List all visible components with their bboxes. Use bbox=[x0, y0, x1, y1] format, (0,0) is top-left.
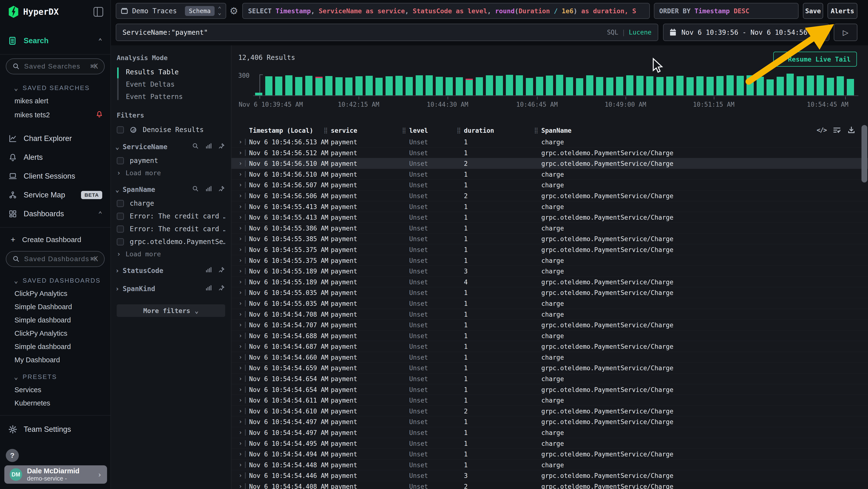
table-row[interactable]: ›Nov 6 10:54:54.611 AMpaymentUnset1charg… bbox=[231, 395, 868, 406]
histogram-bar[interactable] bbox=[636, 76, 644, 95]
histogram-bar[interactable] bbox=[566, 77, 573, 95]
expand-row-icon[interactable]: › bbox=[239, 375, 242, 382]
saved-searches-input[interactable]: Saved Searches ⌘K bbox=[6, 58, 105, 74]
histogram-bar[interactable] bbox=[737, 76, 744, 95]
table-row[interactable]: ›Nov 6 10:54:54.610 AMpaymentUnset2grpc.… bbox=[231, 406, 868, 416]
pin-icon[interactable] bbox=[212, 185, 225, 194]
expand-row-icon[interactable]: › bbox=[239, 214, 242, 221]
table-row[interactable]: ›Nov 6 10:54:55.035 AMpaymentUnset1charg… bbox=[231, 298, 868, 309]
lucene-mode-toggle[interactable]: Lucene bbox=[629, 29, 651, 36]
load-more-button[interactable]: ›Load more bbox=[111, 167, 231, 179]
download-icon[interactable] bbox=[847, 126, 856, 134]
help-button[interactable]: ? bbox=[6, 449, 19, 462]
expand-row-icon[interactable]: › bbox=[239, 321, 242, 328]
pin-icon[interactable] bbox=[212, 142, 225, 151]
table-row[interactable]: ›Nov 6 10:54:54.494 AMpaymentUnset1grpc.… bbox=[231, 449, 868, 460]
histogram-bar[interactable] bbox=[837, 76, 844, 95]
histogram-bar[interactable] bbox=[746, 75, 754, 95]
table-row[interactable]: ›Nov 6 10:54:56.512 AMpaymentUnset1grpc.… bbox=[231, 147, 868, 158]
histogram-bar[interactable] bbox=[345, 78, 352, 95]
expand-row-icon[interactable]: › bbox=[239, 246, 242, 253]
filter-option[interactable]: Error: The credit card … bbox=[111, 210, 231, 223]
histogram-bar[interactable] bbox=[516, 75, 523, 95]
table-row[interactable]: ›Nov 6 10:54:55.386 AMpaymentUnset1charg… bbox=[231, 223, 868, 234]
histogram-bar[interactable] bbox=[606, 78, 613, 95]
histogram-bar[interactable] bbox=[656, 77, 663, 95]
histogram-bar[interactable] bbox=[476, 77, 483, 95]
more-filters-button[interactable]: More filters ⌄ bbox=[117, 304, 225, 317]
expand-row-icon[interactable]: › bbox=[239, 429, 242, 436]
denoise-results-toggle[interactable]: Denoise Results bbox=[111, 123, 231, 136]
analysis-mode-results-table[interactable]: Results Table bbox=[117, 66, 231, 78]
histogram-bar[interactable] bbox=[576, 78, 583, 95]
histogram-bar[interactable] bbox=[325, 76, 333, 95]
filter-option[interactable]: Error: The credit card … bbox=[111, 223, 231, 235]
table-row[interactable]: ›Nov 6 10:54:55.413 AMpaymentUnset1grpc.… bbox=[231, 212, 868, 223]
histogram-bar[interactable] bbox=[686, 77, 694, 95]
table-row[interactable]: ›Nov 6 10:54:54.707 AMpaymentUnset1grpc.… bbox=[231, 320, 868, 330]
histogram-bar[interactable] bbox=[305, 76, 312, 95]
saved-dashboard-item[interactable]: Simple Dashboard bbox=[0, 300, 111, 314]
expand-row-icon[interactable]: › bbox=[239, 354, 242, 361]
table-row[interactable]: ›Nov 6 10:54:55.035 AMpaymentUnset1grpc.… bbox=[231, 287, 868, 298]
expand-row-icon[interactable]: › bbox=[239, 386, 242, 393]
expand-row-icon[interactable]: › bbox=[239, 300, 242, 307]
table-row[interactable]: ›Nov 6 10:54:56.507 AMpaymentUnset1charg… bbox=[231, 179, 868, 191]
expand-row-icon[interactable]: › bbox=[239, 461, 242, 468]
date-range-picker[interactable]: Nov 6 10:39:56 - Nov 6 10:54:56 bbox=[663, 24, 830, 41]
sidebar-item-team-settings[interactable]: Team Settings bbox=[0, 420, 111, 439]
checkbox[interactable] bbox=[117, 157, 124, 164]
sidebar-item-alerts[interactable]: Alerts bbox=[0, 148, 111, 167]
checkbox[interactable] bbox=[117, 225, 124, 233]
histogram-bar[interactable] bbox=[817, 75, 824, 95]
run-query-button[interactable]: ▷ bbox=[834, 24, 858, 41]
preset-item[interactable]: Services bbox=[0, 383, 111, 397]
preset-item[interactable]: Kubernetes bbox=[0, 397, 111, 410]
results-histogram[interactable]: 300 Nov 6 10:39:45 AM10:42:15 AM10:44:30… bbox=[253, 71, 858, 103]
filter-option[interactable]: payment bbox=[111, 154, 231, 167]
expand-row-icon[interactable]: › bbox=[239, 472, 242, 479]
expand-row-icon[interactable]: › bbox=[239, 279, 242, 285]
table-row[interactable]: ›Nov 6 10:54:55.375 AMpaymentUnset1charg… bbox=[231, 255, 868, 266]
table-row[interactable]: ›Nov 6 10:54:54.659 AMpaymentUnset1grpc.… bbox=[231, 363, 868, 373]
drag-handle-icon[interactable]: ⣿ bbox=[402, 127, 406, 134]
filter-option[interactable]: grpc.oteldemo.PaymentSe… bbox=[111, 235, 231, 248]
search-icon[interactable] bbox=[186, 142, 199, 151]
expand-row-icon[interactable]: › bbox=[239, 418, 242, 425]
save-button[interactable]: Save bbox=[803, 3, 823, 19]
load-more-button[interactable]: ›Load more bbox=[111, 248, 231, 260]
table-row[interactable]: ›Nov 6 10:54:56.513 AMpaymentUnset1charg… bbox=[231, 137, 868, 147]
checkbox[interactable] bbox=[117, 200, 124, 207]
histogram-bar[interactable] bbox=[827, 78, 834, 95]
source-selector[interactable]: Demo Traces Schema ⌃⌄ bbox=[116, 3, 226, 19]
table-row[interactable]: ›Nov 6 10:54:54.497 AMpaymentUnset1grpc.… bbox=[231, 416, 868, 427]
histogram-bar[interactable] bbox=[456, 77, 463, 95]
histogram-bar[interactable] bbox=[366, 76, 373, 95]
analysis-mode-event-patterns[interactable]: Event Patterns bbox=[117, 90, 231, 103]
expand-row-icon[interactable]: › bbox=[239, 397, 242, 404]
table-row[interactable]: ›Nov 6 10:54:54.654 AMpaymentUnset1charg… bbox=[231, 373, 868, 384]
histogram-bar[interactable] bbox=[786, 74, 794, 95]
expand-row-icon[interactable]: › bbox=[239, 160, 242, 167]
expand-row-icon[interactable]: › bbox=[239, 203, 242, 210]
sidebar-item-chart-explorer[interactable]: Chart Explorer bbox=[0, 129, 111, 148]
sidebar-item-dashboards[interactable]: Dashboards⌃ bbox=[0, 204, 111, 223]
pin-icon[interactable] bbox=[212, 266, 225, 275]
user-menu[interactable]: DM Dale McDiarmid demo-service - › bbox=[4, 465, 107, 484]
presets-header[interactable]: ⌄ PRESETS bbox=[0, 367, 111, 383]
sidebar-item-service-map[interactable]: Service MapBETA bbox=[0, 185, 111, 204]
histogram-bar[interactable] bbox=[335, 77, 343, 95]
filter-group-servicename[interactable]: ⌄ServiceName bbox=[111, 136, 231, 154]
sql-select-input[interactable]: SELECT Timestamp, ServiceName as service… bbox=[242, 3, 650, 19]
expand-row-icon[interactable]: › bbox=[239, 257, 242, 264]
expand-row-icon[interactable]: › bbox=[239, 440, 242, 447]
histogram-bar[interactable] bbox=[556, 75, 563, 95]
histogram-bar[interactable] bbox=[616, 77, 623, 95]
histogram-bar[interactable] bbox=[696, 76, 704, 95]
histogram-bar[interactable] bbox=[375, 78, 383, 95]
histogram-bar[interactable] bbox=[275, 77, 282, 95]
bar-chart-icon[interactable] bbox=[199, 266, 212, 275]
saved-dashboard-item[interactable]: Simple dashboard bbox=[0, 340, 111, 353]
checkbox[interactable] bbox=[117, 238, 124, 246]
table-row[interactable]: ›Nov 6 10:54:54.688 AMpaymentUnset1charg… bbox=[231, 330, 868, 341]
